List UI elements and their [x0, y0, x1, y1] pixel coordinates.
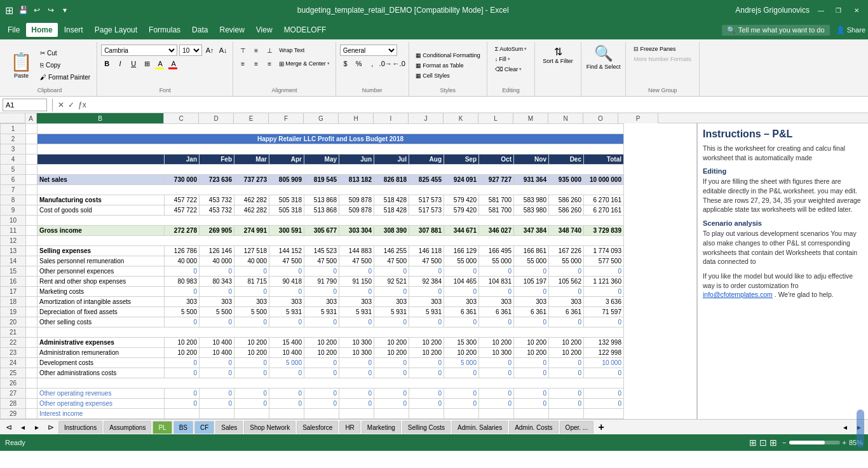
cell-22-apr[interactable]: 15 400 [269, 338, 304, 348]
cell-28-jul[interactable]: 0 [374, 399, 409, 409]
tab-selling-costs[interactable]: Selling Costs [402, 421, 451, 434]
cell-15-a[interactable] [26, 266, 37, 277]
cell-23-jul[interactable]: 10 200 [374, 348, 409, 358]
cell-29-total[interactable] [584, 409, 624, 419]
cell-22-label[interactable]: Administrative expenses [37, 338, 165, 348]
comma-btn[interactable]: , [367, 58, 378, 69]
cell-18-jul[interactable]: 303 [374, 297, 409, 307]
cell-15-oct[interactable]: 0 [479, 266, 514, 277]
cell-18-jan[interactable]: 303 [165, 297, 200, 307]
cell-6-sep[interactable]: 924 091 [444, 175, 479, 185]
tab-assumptions[interactable]: Assumptions [104, 421, 151, 434]
col-K[interactable]: K [444, 113, 478, 123]
col-O[interactable]: O [583, 113, 618, 123]
cell-6-a[interactable] [26, 175, 37, 185]
cell-16-mar[interactable]: 81 715 [234, 277, 269, 287]
cell-3-b[interactable] [37, 144, 624, 155]
cell-29-sep[interactable] [444, 409, 479, 419]
cell-21-b[interactable] [37, 327, 624, 338]
cell-14-sep[interactable]: 55 000 [444, 256, 479, 266]
cell-22-a[interactable] [26, 338, 37, 348]
col-E[interactable]: E [234, 113, 269, 123]
cell-14-jun[interactable]: 47 500 [339, 256, 374, 266]
menu-file[interactable]: File [3, 23, 25, 37]
cell-25-jul[interactable]: 0 [374, 368, 409, 378]
cell-15-mar[interactable]: 0 [234, 266, 269, 277]
menu-formulas[interactable]: Formulas [144, 23, 186, 37]
cell-29-jun[interactable] [339, 409, 374, 419]
more-formats-btn[interactable]: More Number Formats [631, 55, 694, 64]
cell-14-a[interactable] [26, 256, 37, 266]
cell-9-a[interactable] [26, 205, 37, 216]
cell-4-total[interactable]: Total [584, 155, 624, 165]
cell-reference-box[interactable]: A1 [3, 99, 47, 111]
cell-19-jan[interactable]: 5 500 [165, 307, 200, 317]
cell-11-dec[interactable]: 348 740 [549, 226, 584, 236]
cell-19-jul[interactable]: 5 931 [374, 307, 409, 317]
cell-22-oct[interactable]: 10 200 [479, 338, 514, 348]
cell-20-jun[interactable]: 0 [339, 317, 374, 327]
cell-13-jun[interactable]: 144 883 [339, 246, 374, 256]
cell-24-apr[interactable]: 5 000 [269, 358, 304, 368]
cell-13-dec[interactable]: 167 226 [549, 246, 584, 256]
cell-6-aug[interactable]: 825 455 [409, 175, 444, 185]
copy-button[interactable]: ⎘ Copy [37, 60, 93, 71]
menu-review[interactable]: Review [214, 23, 249, 37]
zoom-out-btn[interactable]: − [782, 439, 786, 446]
cell-11-sep[interactable]: 344 671 [444, 226, 479, 236]
cell-17-feb[interactable]: 0 [200, 287, 234, 297]
sort-filter-btn[interactable]: ⇅ Sort & Filter [540, 45, 576, 65]
cell-19-oct[interactable]: 6 361 [479, 307, 514, 317]
cell-9-aug[interactable]: 517 573 [409, 205, 444, 216]
tab-scroll-left[interactable]: ◂ [839, 421, 851, 434]
cell-17-apr[interactable]: 0 [269, 287, 304, 297]
cell-15-jan[interactable]: 0 [165, 266, 200, 277]
cell-25-jan[interactable]: 0 [165, 368, 200, 378]
cell-27-aug[interactable]: 0 [409, 389, 444, 399]
cell-8-aug[interactable]: 517 573 [409, 195, 444, 205]
cell-29-may[interactable] [304, 409, 339, 419]
cell-25-jun[interactable]: 0 [339, 368, 374, 378]
cell-20-oct[interactable]: 0 [479, 317, 514, 327]
cell-20-aug[interactable]: 0 [409, 317, 444, 327]
tab-admin-costs[interactable]: Admin. Costs [509, 421, 558, 434]
font-size-select[interactable]: 10 [179, 45, 202, 56]
freeze-panes-btn[interactable]: ⊟ Freeze Panes [631, 45, 694, 53]
cell-23-oct[interactable]: 10 300 [479, 348, 514, 358]
cell-24-nov[interactable]: 0 [514, 358, 549, 368]
cell-19-may[interactable]: 5 931 [304, 307, 339, 317]
cell-4-oct[interactable]: Oct [479, 155, 514, 165]
cell-9-apr[interactable]: 505 318 [269, 205, 304, 216]
cell-17-mar[interactable]: 0 [234, 287, 269, 297]
cell-27-apr[interactable]: 0 [269, 389, 304, 399]
cell-23-mar[interactable]: 10 200 [234, 348, 269, 358]
cell-25-dec[interactable]: 0 [549, 368, 584, 378]
col-A[interactable]: A [25, 113, 37, 123]
cell-8-feb[interactable]: 453 732 [200, 195, 234, 205]
cell-25-aug[interactable]: 0 [409, 368, 444, 378]
cell-4-nov[interactable]: Nov [514, 155, 549, 165]
cell-28-apr[interactable]: 0 [269, 399, 304, 409]
cell-5-a[interactable] [26, 165, 37, 175]
cell-23-label[interactable]: Administration remuneration [37, 348, 165, 358]
cell-29-aug[interactable] [409, 409, 444, 419]
cell-12-a[interactable] [26, 236, 37, 246]
cell-9-jun[interactable]: 509 878 [339, 205, 374, 216]
cell-25-oct[interactable]: 0 [479, 368, 514, 378]
cell-4-jul[interactable]: Jul [374, 155, 409, 165]
cell-14-aug[interactable]: 47 500 [409, 256, 444, 266]
cell-25-total[interactable]: 0 [584, 368, 624, 378]
cell-24-may[interactable]: 0 [304, 358, 339, 368]
cell-22-total[interactable]: 132 998 [584, 338, 624, 348]
cell-11-mar[interactable]: 274 991 [234, 226, 269, 236]
cell-29-jul[interactable] [374, 409, 409, 419]
underline-button[interactable]: U [128, 58, 139, 69]
cell-15-jun[interactable]: 0 [339, 266, 374, 277]
cell-4-sep[interactable]: Sep [444, 155, 479, 165]
col-N[interactable]: N [548, 113, 583, 123]
cell-17-dec[interactable]: 0 [549, 287, 584, 297]
cell-27-mar[interactable]: 0 [234, 389, 269, 399]
cell-3-a[interactable] [26, 144, 37, 155]
italic-button[interactable]: I [114, 58, 126, 69]
cell-22-jul[interactable]: 10 200 [374, 338, 409, 348]
